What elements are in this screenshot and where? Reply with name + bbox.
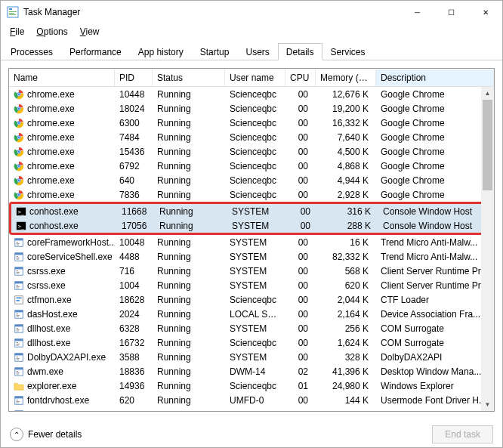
col-user[interactable]: User name [225,70,285,86]
scroll-down-button[interactable]: ▼ [481,398,494,411]
process-mem: 288 K [318,220,378,232]
process-mem: 16 K [316,236,376,249]
table-row[interactable]: >_conhost.exe17056RunningSYSTEM00288 KCo… [11,218,492,233]
table-row[interactable]: dllhost.exe6328RunningSYSTEM00256 KCOM S… [9,321,494,335]
process-desc: Usermode Font Driver H... [376,409,494,412]
table-row[interactable]: DolbyDAX2API.exe3588RunningSYSTEM00328 K… [9,350,494,364]
process-cpu: 00 [285,323,316,335]
process-cpu: 00 [285,131,316,144]
process-status: Running [153,294,225,306]
process-user: UMFD-14 [225,409,285,412]
col-name[interactable]: Name [9,70,115,86]
table-row[interactable]: coreServiceShell.exe4488RunningSYSTEM008… [9,249,494,264]
svg-rect-94 [17,371,19,372]
minimize-button[interactable]: ─ [400,1,434,23]
tab-users[interactable]: Users [237,43,277,60]
tab-services[interactable]: Services [322,43,374,60]
process-pid: 640 [115,175,153,187]
process-user: Scienceqbc [225,117,285,129]
process-desc: COM Surrogate [376,337,494,349]
process-user: Scienceqbc [225,189,285,201]
table-row[interactable]: chrome.exe15436RunningScienceqbc004,500 … [9,144,494,159]
end-task-button[interactable]: End task [432,425,493,443]
tab-bar: ProcessesPerformanceApp historyStartupUs… [1,40,502,60]
tab-processes[interactable]: Processes [2,43,61,60]
svg-rect-61 [17,270,19,271]
exe-icon [14,280,24,291]
tab-app-history[interactable]: App history [130,43,192,60]
col-mem[interactable]: Memory (p... [316,70,376,86]
process-desc: Usermode Font Driver H... [376,394,494,406]
tab-details[interactable]: Details [278,43,322,60]
process-user: Scienceqbc [225,160,285,172]
svg-rect-66 [17,285,19,286]
scroll-up-button[interactable]: ▲ [481,87,494,100]
process-user: Scienceqbc [225,103,285,115]
tab-performance[interactable]: Performance [61,43,130,60]
table-row[interactable]: chrome.exe6300RunningScienceqbc0016,332 … [9,116,494,130]
process-status: Running [153,351,225,363]
svg-rect-65 [15,281,23,283]
process-status: Running [153,117,225,129]
col-desc[interactable]: Description [376,70,494,86]
table-row[interactable]: coreFrameworkHost....10048RunningSYSTEM0… [9,235,494,249]
chrome-icon [14,161,24,171]
fewer-details-button[interactable]: ⌃ Fewer details [10,428,82,441]
svg-rect-89 [17,357,19,357]
process-table: Name PID Status User name CPU Memory (p.… [8,68,495,412]
table-row[interactable]: dllhost.exe16732RunningScienceqbc001,624… [9,335,494,350]
process-mem: 19,200 K [316,103,376,115]
process-desc: Client Server Runtime Pr... [376,265,494,277]
menu-file[interactable]: File [4,25,30,39]
process-user: SYSTEM [225,251,285,263]
col-status[interactable]: Status [153,70,225,86]
table-row[interactable]: chrome.exe6792RunningScienceqbc004,868 K… [9,159,494,173]
close-button[interactable]: ✕ [468,1,502,23]
table-row[interactable]: fontdrvhost.exe620RunningUMFD-000144 KUs… [9,393,494,407]
table-row[interactable]: chrome.exe7836RunningScienceqbc002,928 K… [9,187,494,202]
svg-rect-51 [17,242,19,243]
svg-rect-53 [17,244,20,245]
table-row[interactable]: >_conhost.exe11668RunningSYSTEM00316 KCo… [11,204,492,218]
process-mem: 328 K [316,351,376,363]
svg-point-9 [18,93,20,95]
table-row[interactable]: dasHost.exe2024RunningLOCAL SE...002,164… [9,307,494,321]
table-row[interactable]: explorer.exe14936RunningScienceqbc0124,9… [9,378,494,393]
maximize-button[interactable]: ☐ [434,1,468,23]
tab-startup[interactable]: Startup [192,43,238,60]
svg-rect-86 [17,344,20,345]
process-status: Running [153,251,225,263]
process-pid: 6300 [115,117,153,129]
table-row[interactable]: chrome.exe18024RunningScienceqbc0019,200… [9,101,494,116]
folder-icon [14,381,24,391]
process-mem: 144 K [316,394,376,406]
table-row[interactable]: fontdrvhost.exe10272RunningUMFD-1400740 … [9,407,494,412]
exe-icon [14,338,24,348]
table-row[interactable]: chrome.exe7484RunningScienceqbc007,640 K… [9,130,494,144]
process-status: Running [153,175,225,187]
process-cpu: 00 [285,394,316,406]
table-row[interactable]: chrome.exe10448RunningScienceqbc0012,676… [9,87,494,101]
menu-options[interactable]: Options [30,25,73,39]
svg-point-19 [18,122,20,124]
table-row[interactable]: chrome.exe640RunningScienceqbc004,944 KG… [9,173,494,187]
process-name: chrome.exe [27,190,75,200]
table-row[interactable]: csrss.exe716RunningSYSTEM00568 KClient S… [9,264,494,278]
scroll-thumb[interactable] [483,100,492,190]
col-pid[interactable]: PID [115,70,153,86]
table-body: chrome.exe10448RunningScienceqbc0012,676… [9,87,494,412]
process-mem: 82,332 K [316,251,376,263]
process-desc: DolbyDAX2API [376,351,494,363]
process-mem: 7,640 K [316,131,376,144]
menu-view[interactable]: View [74,25,106,39]
table-row[interactable]: dwm.exe18836RunningDWM-140241,396 KDeskt… [9,364,494,378]
table-row[interactable]: ctfmon.exe18628RunningScienceqbc002,044 … [9,292,494,307]
vertical-scrollbar[interactable]: ▲ ▼ [481,87,494,411]
process-cpu: 00 [285,175,316,187]
svg-rect-57 [17,257,20,258]
process-pid: 2024 [115,308,153,320]
col-cpu[interactable]: CPU [285,70,316,86]
table-row[interactable]: csrss.exe1004RunningSYSTEM00620 KClient … [9,278,494,292]
process-desc: Google Chrome [376,189,494,201]
process-pid: 716 [115,265,153,277]
